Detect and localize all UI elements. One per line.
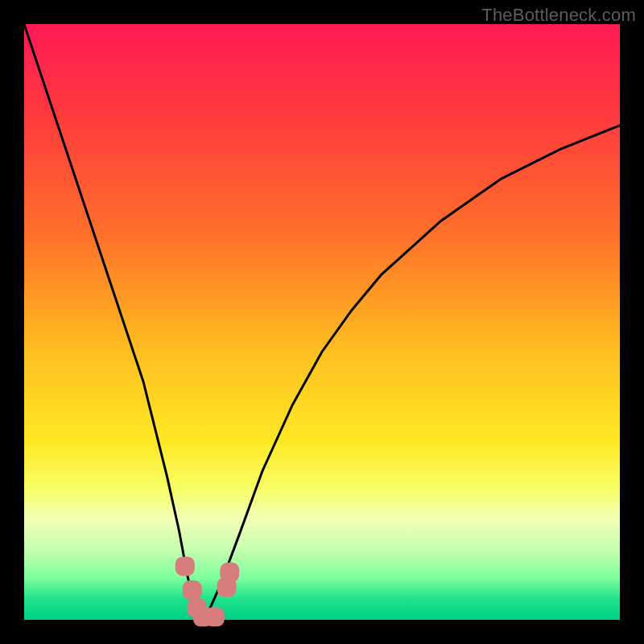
curve-marker — [183, 580, 202, 600]
curve-marker — [220, 563, 239, 582]
watermark-label: TheBottleneck.com — [481, 5, 636, 26]
curve-marker — [205, 607, 225, 626]
curve-marker — [175, 556, 195, 576]
plot-area — [24, 24, 620, 620]
bottleneck-chart — [0, 0, 644, 644]
chart-stage: TheBottleneck.com — [0, 0, 644, 644]
